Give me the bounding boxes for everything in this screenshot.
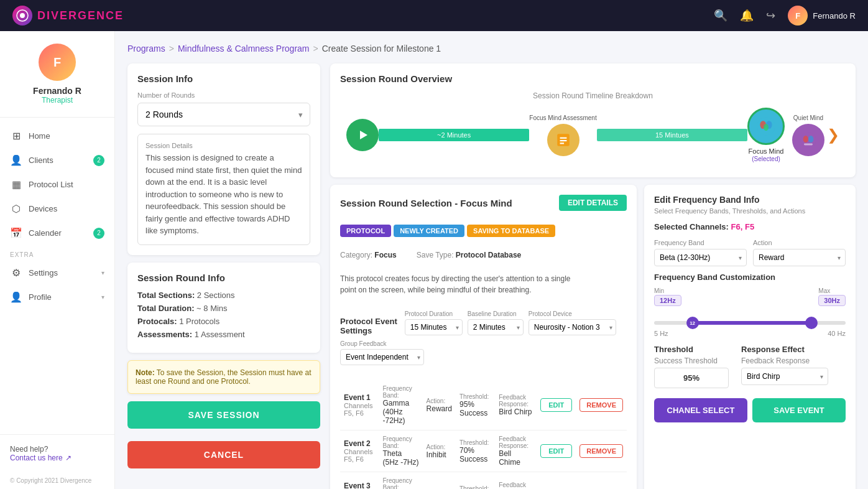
protocol-settings-bar: Protocol EventSettings Protocol Duration… [340, 310, 627, 365]
copyright-text: © Copyright 2021 Divergence [0, 472, 114, 489]
profile-arrow: ▾ [101, 294, 104, 300]
bar-label-2: 15 Mintues [655, 131, 689, 139]
logo-icon [12, 6, 32, 26]
topnav: DIVERGENCE 🔍 🔔 ↪ F Fernando R [0, 0, 868, 31]
right-panel: Session Round Overview Session Round Tim… [330, 63, 856, 489]
freq-panel-subtitle: Select Frequency Bands, Thresholds, and … [654, 207, 846, 215]
selected-channels: Selected Channels: F6, F5 [654, 222, 846, 231]
events-table: Event 1 ChannelsF5, F6 Frequency Band: G… [340, 380, 627, 489]
breadcrumb-programs[interactable]: Programs [127, 44, 165, 54]
response-effect-title: Response Effect [741, 345, 828, 354]
overview-title: Session Round Overview [340, 73, 846, 84]
note-label: Note: [136, 368, 155, 377]
protocols-row: Protocals: 1 Protocols [137, 317, 310, 326]
event-2-remove-button[interactable]: REMOVE [579, 444, 623, 458]
sidebar-item-devices[interactable]: ⬡ Devices [0, 197, 114, 221]
meta-save-type: Save Type: Protocol Database [417, 251, 522, 259]
tab-protocol[interactable]: PROTOCOL [340, 225, 391, 237]
protocol-duration-select[interactable]: 15 Minutes [405, 319, 463, 335]
content-grid: Session Info Number of Rounds 2 Rounds 1… [127, 63, 856, 489]
protocols-value: 1 Protocols [179, 317, 219, 326]
sidebar-label-clients: Clients [29, 156, 53, 165]
table-row: Event 3 ChannelsC3, C4, F5, F6 Frequency… [340, 472, 627, 490]
topnav-right: 🔍 🔔 ↪ F Fernando R [714, 6, 856, 26]
breadcrumb-current: Create Session for Milestone 1 [322, 44, 441, 54]
save-session-button[interactable]: SAVE SESSION [127, 401, 320, 429]
slider-thumb-left[interactable]: 12 [686, 317, 699, 329]
focus-label: Focus Mind(Selected) [749, 147, 784, 162]
svg-marker-2 [360, 131, 367, 139]
event-1-remove-button[interactable]: REMOVE [579, 398, 623, 412]
session-info-card: Session Info Number of Rounds 2 Rounds 1… [127, 63, 320, 255]
sidebar-item-clients[interactable]: 👤 Clients 2 [0, 148, 114, 172]
contact-link[interactable]: Contact us here ↗ [10, 454, 104, 462]
home-icon: ⊞ [10, 130, 22, 142]
sidebar-item-settings[interactable]: ⚙ Settings ▾ [0, 261, 114, 285]
freq-panel-title: Edit Frequency Band Info [654, 195, 846, 205]
freq-band-select[interactable]: Beta (12-30Hz) Delta (1-4Hz) Theta (4-8H… [654, 249, 747, 266]
event-1-feedback: Bird Chirp [499, 408, 533, 416]
search-icon[interactable]: 🔍 [714, 9, 727, 22]
selected-channels-label: Selected Channels: [654, 222, 731, 231]
note-box: Note: To save the Session, the Session m… [127, 360, 320, 394]
event-3-name: Event 3 [344, 482, 375, 489]
event-2-edit-button[interactable]: EDIT [540, 444, 572, 458]
sidebar-item-protocol-list[interactable]: ▦ Protocol List [0, 172, 114, 197]
sidebar-item-calender[interactable]: 📅 Calender 2 [0, 221, 114, 245]
round-selection-header: Session Round Selection - Focus Mind EDI… [340, 195, 627, 211]
success-threshold-label: Success Threshold [654, 356, 729, 365]
cancel-button[interactable]: CANCEL [127, 441, 320, 468]
sidebar-item-home[interactable]: ⊞ Home [0, 124, 114, 148]
event-1-edit-button[interactable]: EDIT [540, 398, 572, 412]
selected-channels-value: F6, F5 [731, 222, 755, 231]
profile-icon: 👤 [10, 291, 22, 303]
tab-saving[interactable]: SAVING TO DATABASE [467, 225, 555, 237]
timeline-circle-quiet [792, 124, 824, 156]
range-min-label: 5 Hz [654, 330, 668, 337]
breadcrumb-program[interactable]: Mindfulness & Calmness Program [178, 44, 310, 54]
tab-newly-created[interactable]: NEWLY CREATED [394, 225, 464, 237]
event-1-channels: ChannelsF5, F6 [344, 402, 375, 417]
sidebar-label-settings: Settings [29, 268, 58, 277]
sidebar-footer: Need help? Contact us here ↗ [0, 434, 114, 472]
meta-category: Category: Focus [340, 251, 397, 259]
protocol-device-select[interactable]: Neurosity - Notion 3 [529, 319, 616, 335]
category-value: Focus [374, 251, 396, 259]
group-feedback-select[interactable]: Event Independent [340, 349, 424, 365]
event-2-feedback: Bell Chime [499, 449, 533, 467]
channel-select-button[interactable]: CHANEL SELECT [654, 398, 747, 422]
topnav-avatar: F [788, 6, 808, 26]
rounds-label: Number of Rounds [137, 91, 310, 99]
sidebar-item-profile[interactable]: 👤 Profile ▾ [0, 285, 114, 309]
calender-icon: 📅 [10, 227, 22, 239]
sidebar-label-home: Home [29, 131, 50, 141]
rounds-dropdown-wrapper: 2 Rounds 1 Round 3 Rounds 4 Rounds ▾ [137, 103, 310, 126]
slider-thumb-right[interactable] [805, 317, 818, 329]
devices-icon: ⬡ [10, 203, 22, 215]
success-threshold-input[interactable] [654, 368, 729, 388]
action-select[interactable]: Reward Inhibit [753, 249, 846, 266]
assessments-label: Assessments: [137, 330, 192, 339]
baseline-duration-select[interactable]: 2 Minutes [468, 319, 524, 335]
svg-point-10 [764, 124, 769, 131]
total-duration-row: Total Duration: ~ 8 Mins [137, 304, 310, 313]
notification-icon[interactable]: 🔔 [740, 9, 754, 22]
right-content-grid: Session Round Selection - Focus Mind EDI… [330, 185, 856, 489]
event-1-freq: Gamma (40Hz -72Hz) [382, 399, 418, 425]
feedback-response-select[interactable]: Bird Chirp Bell Chime Drum Beat None [741, 368, 828, 385]
edit-details-button[interactable]: EDIT DETAILS [559, 195, 627, 211]
rounds-select[interactable]: 2 Rounds 1 Round 3 Rounds 4 Rounds [137, 103, 310, 126]
freq-band-label: Frequency Band [654, 239, 747, 246]
baseline-duration-group: Baseline Duration 2 Minutes ▾ [468, 310, 524, 335]
clients-badge: 2 [93, 155, 104, 166]
svg-point-13 [808, 136, 813, 142]
total-sections-label: Total Sections: [137, 291, 195, 300]
timeline-next-arrow[interactable]: ❯ [827, 126, 839, 144]
save-event-button[interactable]: SAVE EVENT [752, 398, 846, 422]
timeline-node-quiet: Quiet Mind [792, 114, 824, 156]
freq-panel: Edit Frequency Band Info Select Frequenc… [644, 185, 856, 489]
logout-icon[interactable]: ↪ [766, 9, 775, 22]
feedback-response-label: Feedback Response [741, 356, 828, 365]
success-threshold-col: Threshold Success Threshold [654, 345, 729, 388]
timeline-circle-start [346, 119, 379, 151]
